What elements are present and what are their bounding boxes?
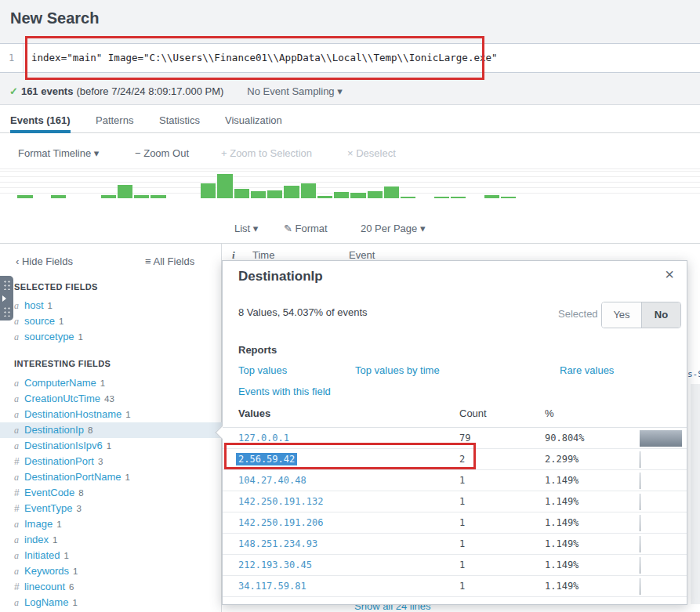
timeline-bar[interactable] — [118, 185, 132, 198]
selected-yes-button[interactable]: Yes — [602, 302, 641, 328]
event-sampling-dropdown[interactable]: No Event Sampling ▾ — [247, 85, 342, 97]
field-name-link[interactable]: Initiated — [24, 549, 60, 561]
field-distinct-count: 8 — [78, 488, 83, 498]
tab-visualization[interactable]: Visualization — [225, 113, 282, 133]
field-name-link[interactable]: LogName — [24, 596, 68, 608]
timeline-bar[interactable] — [301, 183, 316, 198]
field-item-EventCode[interactable]: #EventCode8 — [0, 485, 222, 501]
field-item-Initiated[interactable]: aInitiated1 — [0, 548, 222, 563]
value-link[interactable]: 142.250.191.132 — [238, 496, 323, 507]
zoom-out-button[interactable]: − Zoom Out — [135, 147, 189, 159]
percent-bar — [640, 494, 640, 510]
timeline-bar[interactable] — [451, 197, 466, 198]
field-name-link[interactable]: Image — [24, 518, 53, 530]
tab-statistics[interactable]: Statistics — [159, 113, 200, 133]
reports-header: Reports — [238, 344, 277, 356]
field-name-link[interactable]: sourcetype — [24, 331, 74, 342]
field-item-DestinationHostname[interactable]: aDestinationHostname1 — [0, 407, 222, 422]
field-item-DestinationPort[interactable]: #DestinationPort3 — [0, 454, 222, 469]
search-bar[interactable]: 1 index="main" Image="C:\\Users\\Finance… — [0, 43, 700, 73]
field-name-link[interactable]: ComputerName — [24, 377, 96, 389]
field-name-link[interactable]: DestinationPort — [24, 455, 94, 467]
timeline-bar[interactable] — [234, 189, 249, 198]
selected-no-button[interactable]: No — [641, 302, 680, 328]
field-name-link[interactable]: DestinationHostname — [24, 408, 122, 420]
splunk-search-page: New Search 1 index="main" Image="C:\\Use… — [0, 0, 700, 612]
interesting-fields-header: INTERESTING FIELDS — [14, 359, 111, 368]
timeline-bar[interactable] — [484, 195, 499, 198]
hide-fields-link[interactable]: ‹ Hide Fields — [16, 255, 73, 267]
sidebar-collapse-handle[interactable] — [0, 276, 13, 320]
top-values-by-time-link[interactable]: Top values by time — [355, 364, 440, 376]
search-query-input[interactable]: index="main" Image="C:\\Users\\Finance01… — [31, 44, 498, 72]
field-item-linecount[interactable]: #linecount6 — [0, 579, 222, 595]
field-name-link[interactable]: EventCode — [24, 487, 74, 498]
field-item-Image[interactable]: aImage1 — [0, 516, 222, 532]
value-link[interactable]: 142.250.191.206 — [238, 517, 323, 528]
field-name-link[interactable]: source — [24, 315, 55, 327]
timeline-bar[interactable] — [267, 190, 282, 199]
timeline-bar[interactable] — [284, 186, 299, 198]
value-link[interactable]: 127.0.0.1 — [238, 433, 289, 444]
timeline-bar[interactable] — [134, 195, 149, 199]
tab-events[interactable]: Events (161) — [10, 113, 71, 133]
timeline-bar[interactable] — [251, 191, 266, 199]
field-item-EventType[interactable]: #EventType3 — [0, 501, 222, 516]
timeline-bar[interactable] — [217, 174, 232, 198]
timeline-bar[interactable] — [384, 186, 399, 198]
timeline-bar[interactable] — [401, 197, 415, 198]
field-item-ComputerName[interactable]: aComputerName1 — [0, 375, 222, 391]
field-name-link[interactable]: CreationUtcTime — [24, 393, 100, 404]
value-link[interactable]: 148.251.234.93 — [238, 538, 317, 549]
field-name-link[interactable]: linecount — [24, 581, 65, 592]
value-count: 1 — [459, 581, 465, 592]
value-link[interactable]: 212.193.30.45 — [238, 559, 312, 570]
timeline-bar[interactable] — [51, 195, 66, 198]
field-name-link[interactable]: DestinationIp — [24, 424, 84, 436]
close-icon[interactable]: × — [665, 266, 674, 284]
top-values-link[interactable]: Top values — [238, 364, 287, 376]
field-name-link[interactable]: EventType — [24, 502, 72, 514]
tab-patterns[interactable]: Patterns — [96, 113, 133, 133]
timeline-bar[interactable] — [334, 192, 349, 198]
timeline-bar[interactable] — [434, 197, 449, 198]
timeline-bar[interactable] — [201, 183, 216, 198]
timeline-bar[interactable] — [317, 196, 332, 199]
field-name-link[interactable]: host — [24, 299, 44, 311]
percent-bar — [640, 515, 640, 531]
field-item-host[interactable]: ahost1 — [0, 298, 222, 313]
events-with-field-link[interactable]: Events with this field — [238, 386, 331, 397]
field-item-DestinationIsIpv6[interactable]: aDestinationIsIpv61 — [0, 438, 222, 454]
value-link[interactable]: 34.117.59.81 — [238, 581, 306, 592]
selected-fields-list: ahost1asource1asourcetype1 — [0, 298, 222, 345]
list-view-dropdown[interactable]: List ▾ — [234, 223, 258, 234]
timeline-bar[interactable] — [151, 195, 165, 198]
value-link[interactable]: 2.56.59.42 — [238, 454, 295, 465]
field-item-DestinationPortName[interactable]: aDestinationPortName1 — [0, 469, 222, 485]
timeline-bar[interactable] — [17, 195, 32, 198]
field-item-LogName[interactable]: aLogName1 — [0, 595, 222, 610]
field-name-link[interactable]: Keywords — [24, 565, 69, 577]
timeline-bar[interactable] — [501, 197, 516, 198]
field-name-link[interactable]: index — [24, 534, 49, 545]
field-name-link[interactable]: DestinationIsIpv6 — [24, 440, 103, 451]
field-item-CreationUtcTime[interactable]: aCreationUtcTime43 — [0, 391, 222, 407]
format-button[interactable]: ✎ Format — [284, 223, 328, 234]
rare-values-link[interactable]: Rare values — [560, 364, 614, 376]
field-item-DestinationIp[interactable]: aDestinationIp8 — [0, 422, 222, 438]
timeline-bar[interactable] — [350, 193, 365, 198]
event-timeline-histogram[interactable] — [0, 171, 700, 198]
per-page-dropdown[interactable]: 20 Per Page ▾ — [361, 223, 425, 234]
field-name-link[interactable]: DestinationPortName — [24, 471, 122, 483]
field-item-sourcetype[interactable]: asourcetype1 — [0, 329, 222, 345]
field-item-source[interactable]: asource1 — [0, 313, 222, 329]
all-fields-link[interactable]: ≡ All Fields — [145, 255, 194, 267]
value-percent: 1.149% — [545, 496, 578, 507]
timeline-bar[interactable] — [101, 195, 116, 199]
value-link[interactable]: 104.27.40.48 — [238, 475, 306, 486]
format-timeline-dropdown[interactable]: Format Timeline ▾ — [18, 147, 99, 159]
field-item-index[interactable]: aindex1 — [0, 532, 222, 548]
field-item-Keywords[interactable]: aKeywords1 — [0, 563, 222, 579]
field-type-icon: a — [14, 313, 20, 329]
timeline-bar[interactable] — [368, 191, 383, 198]
